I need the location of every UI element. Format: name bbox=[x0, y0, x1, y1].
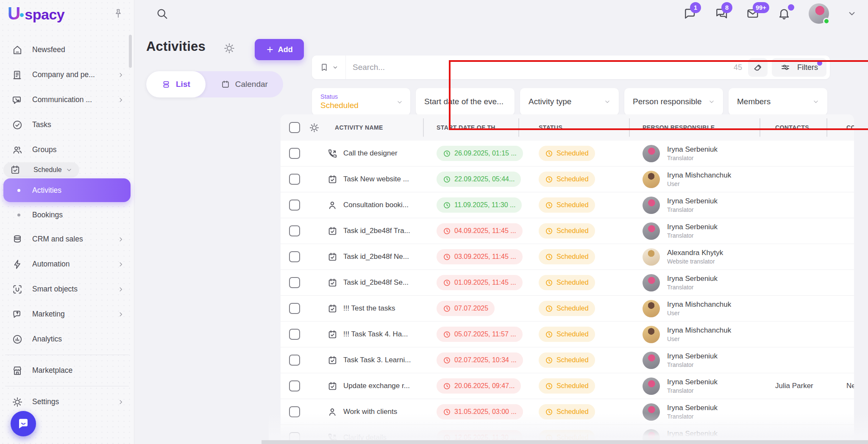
support-chat-fab[interactable] bbox=[11, 411, 36, 436]
person-name[interactable]: Iryna Serbeniuk bbox=[667, 429, 718, 438]
filter-chip-person-responsible[interactable]: Person responsible bbox=[624, 88, 723, 115]
activity-name[interactable]: Task Task 3. Learni... bbox=[343, 356, 411, 364]
sidebar-item-marketplace[interactable]: Marketplace bbox=[3, 358, 131, 383]
sidebar-item-crm-and-sales[interactable]: CRM and sales bbox=[3, 227, 131, 252]
building-icon bbox=[12, 69, 23, 80]
activity-name[interactable]: Task id_2be48f Se... bbox=[343, 278, 409, 287]
activity-name[interactable]: Consultation booki... bbox=[343, 201, 409, 209]
row-checkbox[interactable] bbox=[289, 380, 300, 391]
person-avatar[interactable] bbox=[643, 352, 660, 369]
sidebar-item-communication[interactable]: Communication ... bbox=[3, 87, 131, 112]
activity-name[interactable]: !!! Test the tasks bbox=[343, 304, 395, 313]
uspacy-logo[interactable]: Uspacy bbox=[8, 5, 64, 23]
person-name[interactable]: Iryna Serbeniuk bbox=[667, 403, 718, 412]
column-header-status[interactable]: STATUS bbox=[539, 124, 562, 131]
column-header-start-date[interactable]: START DATE OF TH... bbox=[437, 124, 501, 131]
sidebar-item-automation[interactable]: Automation bbox=[3, 252, 131, 277]
activity-name[interactable]: Task id_2be48f Tra... bbox=[343, 227, 410, 235]
user-menu-chevron-icon[interactable] bbox=[847, 8, 857, 19]
row-checkbox[interactable] bbox=[289, 251, 300, 262]
sidebar-item-schedule[interactable]: Schedule bbox=[3, 162, 79, 178]
tab-calendar[interactable]: Calendar bbox=[206, 71, 283, 97]
sidebar-scrollbar[interactable] bbox=[129, 35, 132, 68]
saved-filters-dropdown[interactable] bbox=[312, 56, 346, 79]
table-settings-gear-icon[interactable] bbox=[309, 122, 320, 133]
online-status-dot bbox=[823, 18, 830, 25]
person-avatar[interactable] bbox=[643, 197, 660, 214]
column-header-activity-name[interactable]: ACTIVITY NAME bbox=[335, 124, 383, 131]
sidebar-item-newsfeed[interactable]: Newsfeed bbox=[3, 37, 131, 62]
sidebar-item-smart-objects[interactable]: Smart objects bbox=[3, 277, 131, 302]
person-avatar[interactable] bbox=[643, 403, 660, 421]
row-checkbox[interactable] bbox=[289, 148, 300, 159]
filter-chip-activity-type[interactable]: Activity type bbox=[520, 88, 619, 115]
person-name[interactable]: Iryna Serbeniuk bbox=[667, 352, 718, 361]
person-avatar[interactable] bbox=[643, 274, 660, 291]
activity-name[interactable]: Task id_2be48f Ne... bbox=[343, 253, 409, 261]
person-avatar[interactable] bbox=[643, 222, 660, 240]
sidebar-item-tasks[interactable]: Tasks bbox=[3, 112, 131, 137]
filters-button[interactable]: Filters bbox=[772, 58, 826, 77]
activity-name[interactable]: Update exchange r... bbox=[343, 382, 410, 390]
person-name[interactable]: Iryna Serbeniuk bbox=[667, 197, 718, 205]
row-checkbox[interactable] bbox=[289, 200, 300, 211]
filter-chip-start-date-of-the-eve[interactable]: Start date of the eve... bbox=[416, 88, 515, 115]
person-avatar[interactable] bbox=[643, 145, 660, 162]
contact-name[interactable]: Julia Parker bbox=[760, 382, 827, 390]
row-checkbox[interactable] bbox=[289, 355, 300, 366]
column-header-contacts[interactable]: CONTACTS bbox=[775, 124, 809, 131]
filter-chip-status[interactable]: StatusScheduled bbox=[312, 88, 410, 115]
sidebar: Uspacy NewsfeedCompany and pe...Communic… bbox=[0, 0, 134, 444]
person-name[interactable]: Iryna Serbeniuk bbox=[667, 222, 718, 231]
activity-name[interactable]: Call the designer bbox=[343, 149, 398, 158]
person-name[interactable]: Alexandra Khytyk bbox=[667, 248, 723, 257]
column-header-person-responsible[interactable]: PERSON RESPONSIBLE bbox=[643, 124, 715, 131]
notifications-button[interactable] bbox=[777, 7, 791, 20]
person-avatar[interactable] bbox=[643, 171, 660, 188]
sidebar-item-bookings[interactable]: Bookings bbox=[3, 203, 131, 227]
search-icon[interactable] bbox=[156, 7, 168, 20]
horizontal-scrollbar[interactable] bbox=[262, 440, 868, 444]
tab-list[interactable]: List bbox=[146, 71, 206, 97]
person-avatar[interactable] bbox=[643, 377, 660, 395]
row-checkbox[interactable] bbox=[289, 174, 300, 185]
clock-icon bbox=[545, 356, 553, 364]
sidebar-item-marketing[interactable]: Marketing bbox=[3, 302, 131, 327]
person-name[interactable]: Iryna Mishchanchuk bbox=[667, 326, 731, 335]
person-avatar[interactable] bbox=[643, 326, 660, 343]
group-chats-button[interactable]: 8 bbox=[715, 7, 728, 20]
clock-icon bbox=[443, 382, 451, 390]
sidebar-item-analytics[interactable]: Analytics bbox=[3, 327, 131, 352]
activity-name[interactable]: Task New website ... bbox=[343, 175, 409, 183]
person-name[interactable]: Iryna Serbeniuk bbox=[667, 274, 718, 283]
row-checkbox[interactable] bbox=[289, 303, 300, 314]
search-input[interactable] bbox=[346, 63, 734, 72]
person-name[interactable]: Iryna Mishchanchuk bbox=[667, 171, 731, 180]
sidebar-item-groups[interactable]: Groups bbox=[3, 137, 131, 162]
column-header-company[interactable]: COMP... bbox=[846, 124, 854, 131]
person-name[interactable]: Iryna Serbeniuk bbox=[667, 145, 718, 154]
person-avatar[interactable] bbox=[643, 300, 660, 317]
activity-name[interactable]: Work with clients bbox=[343, 408, 397, 416]
company-name[interactable]: NewLine bbox=[827, 382, 854, 390]
select-all-checkbox[interactable] bbox=[289, 122, 300, 133]
activity-name[interactable]: !!! Task Task 4. Ha... bbox=[343, 330, 408, 339]
page-settings-gear-icon[interactable] bbox=[223, 42, 235, 54]
row-checkbox[interactable] bbox=[289, 225, 300, 236]
user-avatar[interactable] bbox=[809, 3, 829, 24]
person-name[interactable]: Iryna Mishchanchuk bbox=[667, 300, 731, 309]
direct-messages-button[interactable]: 1 bbox=[683, 7, 697, 20]
add-button[interactable]: Add bbox=[255, 39, 304, 60]
row-checkbox[interactable] bbox=[289, 406, 300, 417]
row-checkbox[interactable] bbox=[289, 329, 300, 340]
mail-button[interactable]: 99+ bbox=[746, 7, 760, 20]
sidebar-item-activities[interactable]: Activities bbox=[3, 178, 131, 202]
person-name[interactable]: Iryna Serbeniuk bbox=[667, 377, 718, 386]
chevron-right-icon bbox=[117, 286, 125, 293]
clear-filters-button[interactable] bbox=[748, 58, 768, 77]
sidebar-item-company-and-pe[interactable]: Company and pe... bbox=[3, 62, 131, 87]
pin-sidebar-icon[interactable] bbox=[113, 8, 124, 19]
row-checkbox[interactable] bbox=[289, 277, 300, 288]
person-avatar[interactable] bbox=[643, 248, 660, 266]
filter-chip-members[interactable]: Members bbox=[729, 88, 827, 115]
